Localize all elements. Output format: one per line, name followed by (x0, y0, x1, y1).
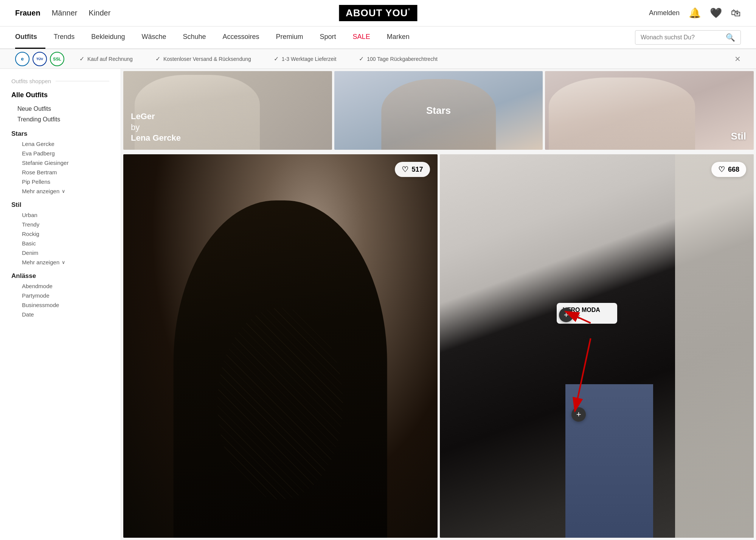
check-icon-4: ✓ (359, 55, 364, 62)
nav-premium[interactable]: Premium (268, 26, 312, 49)
sidebar-urban[interactable]: Urban (11, 210, 109, 220)
sidebar-rose-bertram[interactable]: Rose Bertram (11, 168, 109, 177)
product-card-right: ♡ 668 VERO MODA 49,99€ + + (440, 154, 754, 538)
banner-stars[interactable]: Stars (334, 71, 543, 150)
trust-badges: e TÜV SSL (15, 52, 64, 66)
notification-icon[interactable]: 🔔 (689, 7, 701, 19)
logo-circle: ° (408, 8, 410, 14)
lena-title-3: Lena Gercke (131, 133, 181, 143)
nav-accessoires[interactable]: Accessoires (214, 26, 268, 49)
gender-frauen[interactable]: Frauen (15, 9, 40, 17)
sidebar-denim[interactable]: Denim (11, 248, 109, 258)
content-area: Outfits shoppen Alle Outfits Neue Outfit… (0, 69, 756, 540)
main-content: LeGer by Lena Gercke Stars Stil (121, 69, 756, 540)
gender-nav: Frauen Männer Kinder (15, 9, 110, 17)
wishlist-icon[interactable]: 🖤 (710, 7, 722, 19)
nav-schuhe[interactable]: Schuhe (174, 26, 214, 49)
sidebar-neue-outfits[interactable]: Neue Outfits (11, 104, 109, 114)
info-rueckgabe-text: 100 Tage Rückgaberechtrecht (367, 56, 438, 62)
check-icon-3: ✓ (274, 55, 279, 62)
gender-maenner[interactable]: Männer (52, 9, 78, 17)
banner-lena[interactable]: LeGer by Lena Gercke (123, 71, 332, 150)
top-nav: Frauen Männer Kinder ABOUT YOU° Anmelden… (0, 0, 756, 26)
logo-text: ABOUT YOU (346, 7, 408, 19)
plus-btn-upper[interactable]: + (559, 308, 573, 322)
nav-sale[interactable]: SALE (345, 26, 379, 49)
nav-items: Outfits Trends Bekleidung Wäsche Schuhe … (15, 26, 635, 49)
sidebar-businessmode[interactable]: Businessmode (11, 300, 109, 310)
info-items: ✓ Kauf auf Rechnung ✓ Kostenloser Versan… (79, 55, 731, 62)
sidebar-section-stars: Stars (11, 130, 109, 138)
like-count-left: 517 (411, 166, 423, 174)
gender-kinder[interactable]: Kinder (89, 9, 111, 17)
info-rueckgabe: ✓ 100 Tage Rückgaberechtrecht (359, 55, 438, 62)
badge-tuev: TÜV (33, 52, 47, 66)
top-nav-right: Anmelden 🔔 🖤 🛍 (649, 7, 741, 19)
chevron-down-icon-stil: ∨ (62, 259, 65, 265)
sidebar-stefanie-giesinger[interactable]: Stefanie Giesinger (11, 158, 109, 168)
search-input[interactable] (641, 34, 726, 41)
anmelden-button[interactable]: Anmelden (649, 9, 680, 17)
sidebar-date[interactable]: Date (11, 310, 109, 319)
banner-stil-text: Stil (731, 130, 746, 142)
banner-lena-overlay: LeGer by Lena Gercke (123, 105, 332, 150)
banner-stars-center: Stars (426, 105, 451, 116)
main-nav: Outfits Trends Bekleidung Wäsche Schuhe … (0, 26, 756, 49)
info-bar: e TÜV SSL ✓ Kauf auf Rechnung ✓ Kostenlo… (0, 49, 756, 69)
sidebar-pip-pellens[interactable]: Pip Pellens (11, 177, 109, 186)
sidebar-stars-mehr[interactable]: Mehr anzeigen ∨ (11, 186, 109, 196)
sidebar: Outfits shoppen Alle Outfits Neue Outfit… (0, 69, 121, 540)
badge-e: e (15, 52, 29, 66)
lena-title-2: by (131, 123, 140, 132)
like-badge-left[interactable]: ♡ 517 (395, 162, 430, 177)
banner-stil-right: Stil (731, 130, 746, 142)
banner-stil[interactable]: Stil (545, 71, 754, 150)
info-lieferzeit-text: 1-3 Werktage Lieferzeit (282, 56, 336, 62)
sidebar-section-stil: Stil (11, 201, 109, 209)
sidebar-abendmode[interactable]: Abendmode (11, 281, 109, 291)
sidebar-alle-outfits[interactable]: Alle Outfits (11, 91, 109, 99)
sidebar-section-anlaesse: Anlässe (11, 272, 109, 280)
search-icon[interactable]: 🔍 (726, 33, 735, 42)
heart-icon-left: ♡ (402, 165, 408, 174)
nav-sport[interactable]: Sport (312, 26, 345, 49)
like-badge-right[interactable]: ♡ 668 (711, 162, 746, 177)
sidebar-partymode[interactable]: Partymode (11, 291, 109, 300)
check-icon-2: ✓ (155, 55, 160, 62)
info-lieferzeit: ✓ 1-3 Werktage Lieferzeit (274, 55, 336, 62)
check-icon-1: ✓ (79, 55, 84, 62)
nav-waesche[interactable]: Wäsche (133, 26, 174, 49)
nav-marken[interactable]: Marken (379, 26, 418, 49)
mehr-label-stars: Mehr anzeigen (22, 188, 59, 194)
sidebar-trendy[interactable]: Trendy (11, 220, 109, 229)
product-grid: ♡ 517 ♡ 668 VERO MODA 49,99 (121, 152, 756, 540)
heart-icon-right: ♡ (718, 165, 725, 174)
lena-title-1: LeGer (131, 112, 155, 121)
search-area: 🔍 (635, 30, 741, 45)
banner-lena-text: LeGer by Lena Gercke (131, 111, 324, 144)
chevron-down-icon-stars: ∨ (62, 188, 65, 194)
sidebar-basic[interactable]: Basic (11, 239, 109, 248)
close-icon[interactable]: ✕ (734, 54, 741, 64)
sidebar-stil-mehr[interactable]: Mehr anzeigen ∨ (11, 258, 109, 267)
sidebar-trending-outfits[interactable]: Trending Outfits (11, 114, 109, 125)
banner-row: LeGer by Lena Gercke Stars Stil (121, 69, 756, 152)
info-rechnung: ✓ Kauf auf Rechnung (79, 55, 133, 62)
product-card-left: ♡ 517 (123, 154, 438, 538)
info-versand-text: Kostenloser Versand & Rücksendung (163, 56, 251, 62)
mehr-label-stil: Mehr anzeigen (22, 259, 59, 265)
like-count-right: 668 (728, 166, 739, 174)
info-rechnung-text: Kauf auf Rechnung (87, 56, 133, 62)
logo[interactable]: ABOUT YOU° (339, 5, 417, 21)
nav-outfits[interactable]: Outfits (15, 26, 45, 49)
badge-ssl: SSL (50, 52, 64, 66)
cart-icon[interactable]: 🛍 (731, 7, 741, 19)
info-versand: ✓ Kostenloser Versand & Rücksendung (155, 55, 251, 62)
banner-stars-text: Stars (426, 105, 451, 116)
sidebar-rockig[interactable]: Rockig (11, 229, 109, 239)
sidebar-title: Outfits shoppen (11, 78, 109, 84)
nav-trends[interactable]: Trends (45, 26, 83, 49)
nav-bekleidung[interactable]: Bekleidung (83, 26, 133, 49)
sidebar-lena-gercke[interactable]: Lena Gercke (11, 139, 109, 149)
sidebar-eva-padberg[interactable]: Eva Padberg (11, 149, 109, 158)
